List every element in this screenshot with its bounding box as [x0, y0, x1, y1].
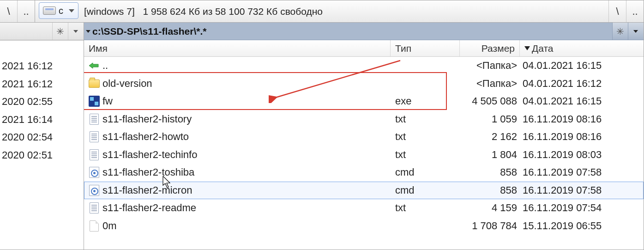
up-button-right[interactable]: ..	[626, 0, 644, 22]
file-type: exe	[391, 95, 460, 107]
file-name: s11-flasher2-howto	[102, 131, 391, 143]
star-icon: ✳	[56, 27, 64, 36]
file-row[interactable]: ..<Папка>04.01.2021 16:15	[84, 57, 644, 75]
file-size: 4 159	[460, 202, 520, 214]
column-size[interactable]: Размер	[460, 40, 520, 56]
file-list[interactable]: ..<Папка>04.01.2021 16:15old-version<Пап…	[84, 57, 644, 250]
text-file-icon	[88, 201, 101, 214]
text-file-icon	[88, 148, 101, 161]
left-date-cell[interactable]: 2021 16:12	[0, 57, 84, 75]
file-size: <Папка>	[460, 78, 520, 90]
file-row[interactable]: s11-flasher2-techinfotxt1 80416.11.2019 …	[84, 146, 644, 164]
file-name: s11-flasher2-micron	[102, 184, 391, 196]
file-type: cmd	[391, 184, 460, 196]
drive-icon	[43, 6, 56, 15]
drive-selector[interactable]: c	[39, 2, 78, 19]
star-icon: ✳	[616, 27, 624, 36]
exe-icon	[88, 95, 101, 108]
up-button[interactable]: ..	[18, 0, 35, 22]
file-date: 15.11.2019 06:55	[520, 220, 644, 232]
disk-info: [windows 7] 1 958 624 Кб из 58 100 732 К…	[82, 0, 608, 22]
chevron-down-icon	[86, 30, 90, 33]
pathbar: c:\SSD-SP\s11-flasher\*.* ✳	[84, 23, 644, 40]
file-row[interactable]: fwexe4 505 08804.01.2021 16:15	[84, 92, 644, 110]
file-size: 1 059	[460, 113, 520, 125]
file-date: 04.01.2021 16:12	[520, 78, 644, 90]
file-date: 16.11.2019 08:16	[520, 131, 644, 143]
right-panel: c:\SSD-SP\s11-flasher\*.* ✳ Имя Тип Разм…	[84, 23, 644, 250]
left-file-list[interactable]: 2021 16:122021 16:122020 02:552021 16:14…	[0, 40, 84, 250]
left-date-cell[interactable]: 2020 02:55	[0, 93, 84, 111]
column-date[interactable]: Дата	[520, 40, 644, 56]
file-date: 16.11.2019 08:03	[520, 149, 644, 161]
left-pathbar: ✳	[0, 23, 84, 40]
left-date-cell[interactable]: 2020 02:51	[0, 146, 84, 165]
file-date: 04.01.2021 16:15	[520, 95, 644, 107]
file-type: txt	[391, 131, 460, 143]
cmd-file-icon	[88, 184, 101, 197]
file-manager: \ .. c [windows 7] 1 958 624 Кб из 58 10…	[0, 0, 644, 250]
file-date: 16.11.2019 07:58	[520, 184, 644, 196]
up-arrow-icon	[88, 59, 101, 72]
file-row[interactable]: s11-flasher2-toshibacmd85816.11.2019 07:…	[84, 164, 644, 182]
file-type: txt	[391, 113, 460, 125]
file-row[interactable]: s11-flasher2-howtotxt2 16216.11.2019 08:…	[84, 128, 644, 146]
left-path-text	[0, 23, 52, 40]
file-size: <Папка>	[460, 60, 520, 72]
root-button[interactable]: \	[0, 0, 18, 22]
drive-bar: \ .. c [windows 7] 1 958 624 Кб из 58 10…	[0, 0, 644, 23]
column-name[interactable]: Имя	[84, 40, 391, 56]
file-type: cmd	[391, 166, 460, 178]
file-date: 16.11.2019 07:58	[520, 166, 644, 178]
folder-icon	[88, 77, 101, 90]
text-file-icon	[88, 130, 101, 143]
disk-free-text: 1 958 624 Кб из 58 100 732 Кб свободно	[143, 6, 323, 17]
file-name: s11-flasher2-toshiba	[102, 166, 391, 178]
favorites-button[interactable]: ✳	[612, 23, 628, 40]
file-name: s11-flasher2-techinfo	[102, 149, 391, 161]
file-row[interactable]: s11-flasher2-microncmd85816.11.2019 07:5…	[84, 182, 644, 200]
file-name: 0m	[102, 220, 391, 232]
column-header: Имя Тип Размер Дата	[84, 40, 644, 57]
file-size: 858	[460, 166, 520, 178]
file-size: 4 505 088	[460, 95, 520, 107]
path-text[interactable]: c:\SSD-SP\s11-flasher\*.*	[84, 23, 612, 40]
file-date: 16.11.2019 07:54	[520, 202, 644, 214]
file-row[interactable]: 0m1 708 78415.11.2019 06:55	[84, 217, 644, 235]
file-name: s11-flasher2-history	[102, 113, 391, 125]
drive-letter: c	[59, 6, 63, 16]
left-date-cell[interactable]: 2021 16:14	[0, 111, 84, 129]
chevron-down-icon	[633, 30, 638, 33]
chevron-down-icon	[73, 30, 78, 33]
file-name: fw	[102, 95, 391, 107]
file-date: 16.11.2019 08:16	[520, 113, 644, 125]
file-type: txt	[391, 149, 460, 161]
left-date-cell[interactable]: 2020 02:54	[0, 128, 84, 146]
file-name: ..	[102, 60, 391, 72]
history-button[interactable]	[628, 23, 644, 40]
column-type[interactable]: Тип	[391, 40, 460, 56]
file-icon	[88, 220, 101, 232]
sort-desc-icon	[524, 46, 530, 50]
text-file-icon	[88, 113, 101, 126]
root-button-right[interactable]: \	[608, 0, 626, 22]
file-name: s11-flasher2-readme	[102, 202, 391, 214]
file-date: 04.01.2021 16:15	[520, 60, 644, 72]
file-type: txt	[391, 202, 460, 214]
chevron-down-icon	[69, 9, 74, 12]
column-date-label: Дата	[532, 43, 554, 54]
left-panel: ✳ 2021 16:122021 16:122020 02:552021 16:…	[0, 23, 84, 250]
file-name: old-version	[102, 78, 391, 90]
left-history-button[interactable]	[68, 23, 84, 40]
file-row[interactable]: old-version<Папка>04.01.2021 16:12	[84, 75, 644, 93]
file-size: 1 804	[460, 149, 520, 161]
file-size: 2 162	[460, 131, 520, 143]
left-date-cell[interactable]: 2021 16:12	[0, 75, 84, 93]
current-path: c:\SSD-SP\s11-flasher\*.*	[92, 26, 206, 37]
file-row[interactable]: s11-flasher2-historytxt1 05916.11.2019 0…	[84, 110, 644, 128]
file-row[interactable]: s11-flasher2-readmetxt4 15916.11.2019 07…	[84, 199, 644, 217]
file-size: 858	[460, 184, 520, 196]
left-favorites-button[interactable]: ✳	[52, 23, 68, 40]
file-size: 1 708 784	[460, 220, 520, 232]
cmd-file-icon	[88, 166, 101, 179]
